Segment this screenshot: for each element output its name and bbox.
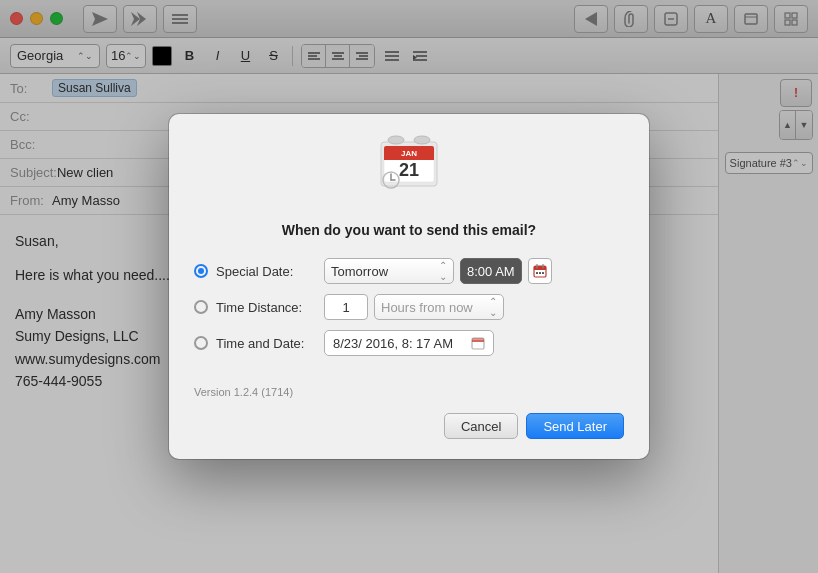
special-date-label: Special Date:: [216, 264, 316, 279]
time-distance-value: 1: [342, 300, 349, 315]
time-distance-unit: Hours from now: [381, 300, 473, 315]
modal-overlay: JAN 21 When do you want to send this ema…: [0, 0, 818, 573]
send-later-button[interactable]: Send Later: [526, 413, 624, 439]
svg-rect-52: [472, 340, 484, 342]
time-and-date-controls: 8/23/ 2016, 8: 17 AM: [324, 330, 624, 356]
calendar-icon-button[interactable]: [528, 258, 552, 284]
version-info: Version 1.2.4 (1714): [169, 386, 649, 408]
modal-icon: JAN 21: [169, 114, 649, 194]
time-distance-number[interactable]: 1: [324, 294, 368, 320]
svg-point-32: [388, 136, 404, 144]
special-date-controls: Tomorrow ⌃⌄ 8:00 AM: [324, 258, 624, 284]
svg-text:21: 21: [399, 160, 419, 180]
datetime-display[interactable]: 8/23/ 2016, 8: 17 AM: [324, 330, 494, 356]
svg-rect-47: [536, 272, 538, 274]
modal-body: Special Date: Tomorrow ⌃⌄ 8:00 AM: [169, 248, 649, 386]
time-and-date-row: Time and Date: 8/23/ 2016, 8: 17 AM: [194, 330, 624, 356]
modal-footer: Cancel Send Later: [169, 408, 649, 459]
time-and-date-radio[interactable]: [194, 336, 208, 350]
svg-rect-48: [539, 272, 541, 274]
time-distance-unit-dropdown[interactable]: Hours from now ⌃⌄: [374, 294, 504, 320]
svg-rect-44: [534, 268, 546, 270]
svg-text:JAN: JAN: [401, 149, 417, 158]
time-distance-label: Time Distance:: [216, 300, 316, 315]
cancel-button[interactable]: Cancel: [444, 413, 518, 439]
modal-title: When do you want to send this email?: [169, 202, 649, 248]
time-distance-controls: 1 Hours from now ⌃⌄: [324, 294, 624, 320]
special-date-radio[interactable]: [194, 264, 208, 278]
time-distance-radio[interactable]: [194, 300, 208, 314]
special-date-dropdown[interactable]: Tomorrow ⌃⌄: [324, 258, 454, 284]
svg-rect-49: [542, 272, 544, 274]
datetime-value: 8/23/ 2016, 8: 17 AM: [333, 336, 453, 351]
svg-point-33: [414, 136, 430, 144]
time-value: 8:00 AM: [467, 264, 515, 279]
time-distance-row: Time Distance: 1 Hours from now ⌃⌄: [194, 294, 624, 320]
send-schedule-modal: JAN 21 When do you want to send this ema…: [169, 114, 649, 459]
version-text: Version 1.2.4 (1714): [194, 386, 293, 398]
time-and-date-label: Time and Date:: [216, 336, 316, 351]
time-display[interactable]: 8:00 AM: [460, 258, 522, 284]
special-date-value: Tomorrow: [331, 264, 388, 279]
modal-title-text: When do you want to send this email?: [282, 222, 536, 238]
special-date-row: Special Date: Tomorrow ⌃⌄ 8:00 AM: [194, 258, 624, 284]
